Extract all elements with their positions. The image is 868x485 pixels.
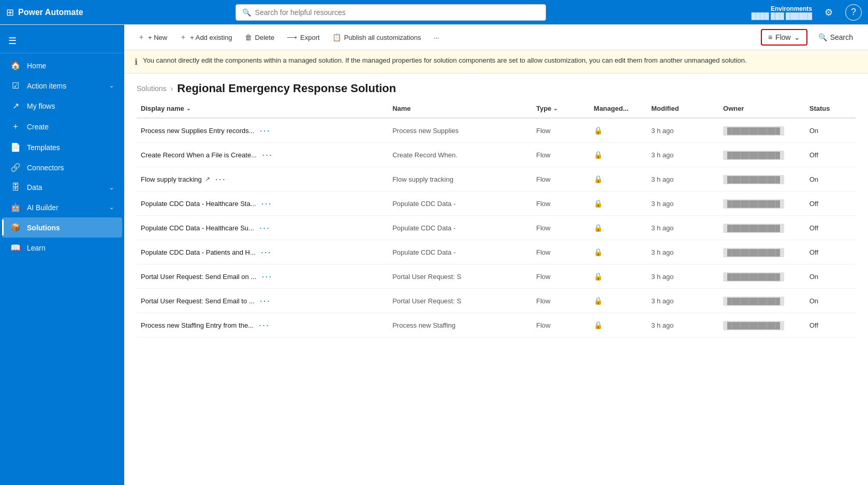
search-icon: 🔍 [242,8,251,17]
lock-icon: 🔒 [594,224,602,232]
export-icon: ⟶ [287,33,297,41]
sidebar-item-connectors[interactable]: 🔗 Connectors [2,157,122,178]
breadcrumb-current: Regional Emergency Response Solution [177,82,396,95]
row-more-button[interactable]: ··· [259,246,274,258]
col-status: Status [805,99,856,118]
table-row[interactable]: Flow supply tracking ↗ ··· Flow supply t… [137,167,856,192]
more-label: ··· [434,34,439,41]
delete-icon: 🗑 [245,33,252,41]
cell-display-name: Populate CDC Data - Healthcare Sta... ··… [137,192,388,216]
cell-owner: ████████████ [719,216,805,240]
sidebar-item-data[interactable]: 🗄 Data ⌄ [2,178,122,197]
export-label: Export [300,34,320,41]
cell-managed: 🔒 [590,167,647,192]
cell-modified: 3 h ago [647,167,719,192]
owner-badge: ████████████ [723,248,784,257]
solutions-icon: 📦 [10,223,21,232]
lock-icon: 🔒 [594,199,602,208]
row-more-button[interactable]: ··· [259,198,274,209]
sort-icon: ⌄ [186,106,190,111]
search-label: Search [830,33,853,41]
table-row[interactable]: Create Record When a File is Create... ·… [137,143,856,167]
cell-display-name: Populate CDC Data - Healthcare Su... ··· [137,216,388,240]
cell-owner: ████████████ [719,313,805,337]
row-more-button[interactable]: ··· [213,173,228,185]
sidebar-item-templates[interactable]: 📄 Templates [2,137,122,157]
settings-button[interactable]: ⚙ [820,4,837,21]
table-row[interactable]: Process new Supplies Entry records... ··… [137,118,856,143]
data-icon: 🗄 [10,183,21,192]
cell-name: Process new Staffing [388,313,532,337]
delete-button[interactable]: 🗑 Delete [240,30,280,45]
search-button[interactable]: 🔍 Search [812,30,860,45]
cell-modified: 3 h ago [647,216,719,240]
table-row[interactable]: Portal User Request: Send Email to ... ·… [137,289,856,313]
sidebar-item-my-flows[interactable]: ↗ My flows [2,96,122,116]
owner-badge: ████████████ [723,272,784,282]
waffle-icon[interactable]: ⊞ [6,7,14,18]
cell-managed: 🔒 [590,143,647,167]
sidebar-item-action-items[interactable]: ☑ Action items ⌄ [2,76,122,96]
col-modified: Modified [647,99,719,118]
lock-icon: 🔒 [594,297,602,305]
connectors-icon: 🔗 [10,163,21,172]
top-navigation: ⊞ Power Automate 🔍 Environments ████ ███… [0,0,868,25]
sidebar-item-home[interactable]: 🏠 Home [2,55,122,76]
delete-label: Delete [255,34,275,41]
more-button[interactable]: ··· [429,31,445,45]
menu-icon[interactable]: ☰ [8,35,17,47]
sidebar-item-learn[interactable]: 📖 Learn [2,238,122,258]
table-row[interactable]: Portal User Request: Send Email on ... ·… [137,264,856,289]
export-button[interactable]: ⟶ Export [282,30,325,45]
table-row[interactable]: Populate CDC Data - Healthcare Su... ···… [137,216,856,240]
row-more-button[interactable]: ··· [259,271,274,282]
cell-type: Flow [532,240,590,264]
new-button[interactable]: ＋ + New [133,30,172,45]
add-existing-button[interactable]: ＋ + Add existing [174,30,237,45]
my-flows-icon: ↗ [10,101,21,111]
row-display-name: Process new Staffing Entry from the... [141,321,254,329]
sidebar-item-create[interactable]: ＋ Create [2,116,122,137]
cell-status: Off [805,216,856,240]
cell-managed: 🔒 [590,313,647,337]
plus-icon: ＋ [138,33,145,42]
sidebar-header: ☰ [0,29,124,53]
publish-button[interactable]: 📋 Publish all customizations [327,30,426,45]
table-row[interactable]: Populate CDC Data - Healthcare Sta... ··… [137,192,856,216]
sidebar-item-label: Solutions [27,224,60,232]
col-display-name[interactable]: Display name ⌄ [137,99,388,118]
lock-icon: 🔒 [594,321,602,329]
search-input[interactable] [255,8,539,17]
solutions-table-container: Display name ⌄ Name Type ⌄ Managed... [124,99,868,485]
home-icon: 🏠 [10,61,21,70]
table-header: Display name ⌄ Name Type ⌄ Managed... [137,99,856,118]
col-type[interactable]: Type ⌄ [532,99,590,118]
breadcrumb-parent[interactable]: Solutions [137,84,167,93]
global-search[interactable]: 🔍 [236,4,546,21]
flow-label: Flow [775,33,791,41]
row-more-button[interactable]: ··· [258,295,273,306]
flow-button[interactable]: ≡ Flow ⌄ [761,29,807,46]
row-more-button[interactable]: ··· [257,319,272,331]
help-button[interactable]: ? [845,4,862,21]
col-managed: Managed... [590,99,647,118]
external-link-icon: ↗ [205,175,210,183]
row-more-button[interactable]: ··· [260,149,275,160]
warning-text: You cannot directly edit the components … [143,56,747,64]
breadcrumb: Solutions › Regional Emergency Response … [124,74,868,99]
cell-display-name: Process new Supplies Entry records... ··… [137,118,388,143]
table-row[interactable]: Process new Staffing Entry from the... ·… [137,313,856,337]
table-body: Process new Supplies Entry records... ··… [137,118,856,337]
cell-name: Populate CDC Data - [388,216,532,240]
cell-status: On [805,289,856,313]
sidebar-item-solutions[interactable]: 📦 Solutions [2,217,122,238]
table-row[interactable]: Populate CDC Data - Patients and H... ··… [137,240,856,264]
row-more-button[interactable]: ··· [257,222,272,233]
cell-display-name: Process new Staffing Entry from the... ·… [137,313,388,337]
cell-managed: 🔒 [590,118,647,143]
sidebar: ☰ 🏠 Home ☑ Action items ⌄ ↗ My flows ＋ C… [0,25,124,485]
chevron-down-icon: ⌄ [794,33,800,41]
sidebar-item-ai-builder[interactable]: 🤖 AI Builder ⌄ [2,197,122,217]
cell-managed: 🔒 [590,216,647,240]
row-more-button[interactable]: ··· [258,125,273,136]
